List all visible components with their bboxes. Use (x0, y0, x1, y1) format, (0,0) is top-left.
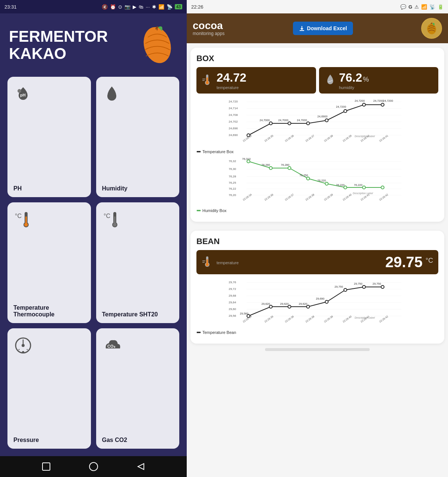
box-temperature-metric: 24.72 temperature (196, 67, 316, 94)
bottom-nav-bar (0, 456, 187, 477)
bean-temp-icon (202, 256, 214, 269)
svg-text:29,750: 29,750 (354, 282, 363, 285)
menu-item-gas-co2[interactable]: CO₂ Gas CO2 (96, 328, 180, 449)
bean-temp-chart-container: 29,76 29,72 29,68 29,64 29,60 29,56 (196, 279, 438, 335)
svg-point-2 (18, 89, 21, 93)
bluetooth-icon: ✱ (152, 4, 156, 10)
menu-item-temp-sht20[interactable]: °C Temperature SHT20 (96, 202, 180, 323)
menu-item-ph[interactable]: pH PH (7, 77, 91, 197)
svg-rect-20 (42, 463, 50, 470)
download-icon (299, 25, 305, 31)
svg-text:Description Label: Description Label (355, 135, 375, 138)
time-left: 23:31 (4, 4, 17, 10)
svg-text:29,560: 29,560 (240, 312, 249, 315)
shop-icon: 🛍 (139, 4, 143, 10)
svg-text:29,750: 29,750 (335, 285, 343, 288)
menu-item-temp-thermocouple[interactable]: °C Temperature Thermocouple (7, 202, 91, 323)
svg-text:24,714: 24,714 (229, 107, 238, 110)
svg-text:76,25: 76,25 (229, 181, 237, 184)
svg-text:24,7200: 24,7200 (373, 99, 384, 102)
svg-text:24,696: 24,696 (229, 127, 238, 130)
svg-text:24,7000: 24,7000 (278, 119, 288, 122)
svg-text:76,30: 76,30 (229, 167, 237, 171)
svg-marker-22 (138, 464, 144, 470)
svg-text:22:26:37: 22:26:37 (284, 193, 294, 201)
svg-text:Description Label: Description Label (355, 316, 375, 319)
battery-right-icon: 🔋 (438, 4, 444, 10)
battery-icon: 43 (175, 4, 182, 9)
box-temp-chart-legend: Temperature Box (196, 149, 438, 154)
back-triangle-icon[interactable] (136, 461, 146, 472)
svg-text:24,720: 24,720 (229, 100, 238, 103)
svg-point-47 (307, 122, 310, 125)
svg-text:76,220: 76,220 (336, 183, 345, 187)
menu-item-temp-sht20-label: Temperature SHT20 (102, 311, 158, 318)
download-excel-button[interactable]: Download Excel (293, 22, 353, 35)
bean-temperature-metric: temperature 29.75 °C (196, 250, 438, 274)
svg-point-14 (22, 344, 25, 347)
svg-point-86 (325, 182, 328, 185)
svg-text:22:26:37: 22:26:37 (305, 134, 315, 142)
svg-rect-106 (197, 210, 201, 211)
back-square-icon[interactable] (41, 461, 51, 472)
box-temp-value-block: 24.72 temperature (217, 71, 246, 90)
svg-text:29,64: 29,64 (229, 301, 237, 304)
co2-icon: CO₂ (102, 336, 122, 355)
svg-point-130 (344, 288, 347, 291)
bean-title: BEAN (196, 237, 438, 246)
svg-text:24,708: 24,708 (229, 113, 238, 117)
left-panel: 23:31 🔇 ⏰ ⊙ 📷 ▶ 🛍 ··· ✱ 📶 📡 43 FERMENTOR… (0, 0, 187, 477)
svg-text:24,7200: 24,7200 (383, 99, 393, 102)
box-humidity-label: humidity (339, 85, 369, 90)
status-bar-left: 23:31 🔇 ⏰ ⊙ 📷 ▶ 🛍 ··· ✱ 📶 📡 43 (0, 0, 187, 13)
cocoa-logo-svg (425, 22, 438, 35)
svg-point-51 (381, 103, 384, 106)
svg-text:pH: pH (20, 93, 26, 97)
svg-point-0 (140, 25, 175, 66)
box-temp-chart: 24,720 24,714 24,708 24,702 24,696 24,69… (196, 98, 438, 146)
bean-card: BEAN temperature 29.75 °C (190, 231, 444, 344)
svg-text:76,250: 76,250 (300, 174, 308, 177)
whatsapp-icon: 💬 (400, 4, 406, 10)
svg-point-45 (269, 122, 272, 125)
home-circle-icon[interactable] (88, 461, 99, 472)
svg-text:76,220: 76,220 (354, 183, 363, 187)
cocoa-logo (421, 18, 442, 39)
bean-temp-chart: 29,76 29,72 29,68 29,64 29,60 29,56 (196, 279, 438, 327)
menu-item-pressure[interactable]: Pressure (7, 328, 91, 449)
menu-item-humidity-label: Humidity (102, 185, 127, 192)
menu-item-humidity[interactable]: Humidity (96, 77, 180, 197)
svg-text:29,68: 29,68 (229, 294, 237, 297)
svg-point-46 (288, 122, 291, 125)
bean-temp-label: temperature (217, 260, 239, 265)
svg-point-28 (206, 81, 209, 84)
app-title-line2: KAKAO (9, 45, 108, 62)
box-humidity-chart-container: 76,32 76,30 76,28 76,25 76,22 76,20 (196, 157, 438, 213)
box-temp-value: 24.72 (217, 71, 246, 85)
svg-text:24,702: 24,702 (229, 120, 238, 123)
svg-text:22:26:39: 22:26:39 (342, 134, 352, 142)
instagram-icon: 📷 (124, 4, 130, 10)
svg-text:76,310: 76,310 (242, 157, 251, 161)
box-metrics-row: 24.72 temperature 76.2 % humi (196, 67, 438, 94)
svg-point-131 (363, 285, 366, 288)
svg-text:22:26:36: 22:26:36 (264, 193, 274, 201)
svg-text:CO₂: CO₂ (107, 344, 116, 348)
box-humidity-chart-legend: Humidity Box (196, 208, 438, 213)
more-icon: ··· (146, 4, 150, 10)
box-humidity-value: 76.2 (339, 71, 362, 85)
menu-grid: pH PH Humidity °C Temperature Thermocoup… (0, 73, 187, 456)
scroll-indicator (265, 348, 369, 351)
humidity-icon-box (324, 74, 336, 87)
svg-text:22:26:42: 22:26:42 (379, 193, 388, 201)
svg-point-48 (325, 119, 328, 122)
box-temp-legend-icon (196, 149, 201, 154)
bean-temp-value: 29.75 (385, 254, 423, 271)
svg-point-110 (206, 263, 209, 266)
svg-text:22:26:38: 22:26:38 (324, 315, 333, 323)
box-temp-chart-container: 24,720 24,714 24,708 24,702 24,696 24,69… (196, 98, 438, 154)
right-status-icons: 💬 G ⚠ 📶 📡 🔋 (400, 4, 444, 10)
temp-icon-box (202, 74, 214, 87)
svg-text:22:26:36: 22:26:36 (264, 315, 274, 323)
svg-text:29,620: 29,620 (280, 302, 289, 306)
